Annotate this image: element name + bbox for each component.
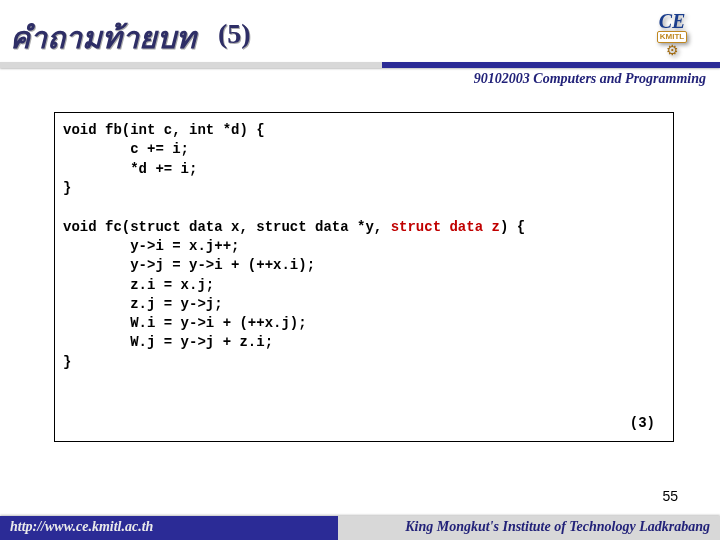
slide-title-number: (5) [218,18,251,50]
code-line: z.j = y->j; [63,296,223,312]
course-code-label: 90102003 Computers and Programming [474,71,706,87]
code-listing: void fb(int c, int *d) { c += i; *d += i… [63,121,665,372]
code-line: W.i = y->i + (++x.j); [63,315,307,331]
gear-icon: ⚙ [666,43,679,57]
code-listing-box: void fb(int c, int *d) { c += i; *d += i… [54,112,674,442]
code-line: } [63,354,71,370]
code-line: z.i = x.j; [63,277,214,293]
institute-logo: CE KMITL ⚙ [644,6,700,62]
slide-number: 55 [662,488,678,504]
slide-header: คำถามท้ายบท (5) CE KMITL ⚙ 90102003 Comp… [0,0,720,78]
footer-institute: King Mongkut's Institute of Technology L… [405,519,710,535]
code-page-mark: (3) [630,415,655,431]
code-line: W.j = y->j + z.i; [63,334,273,350]
code-line: void fc(struct data x, struct data *y, [63,219,391,235]
header-rule [0,62,720,68]
code-line: ) { [500,219,525,235]
code-highlight: struct data z [391,219,500,235]
logo-text-top: CE [659,11,686,31]
code-line: } [63,180,71,196]
code-line: void fb(int c, int *d) { [63,122,265,138]
code-line: y->j = y->i + (++x.i); [63,257,315,273]
code-line: *d += i; [63,161,197,177]
slide-footer: http://www.ce.kmitl.ac.th King Mongkut's… [0,516,720,540]
footer-url: http://www.ce.kmitl.ac.th [10,519,153,535]
code-line: c += i; [63,141,189,157]
code-line: y->i = x.j++; [63,238,239,254]
slide-title: คำถามท้ายบท [10,14,196,61]
